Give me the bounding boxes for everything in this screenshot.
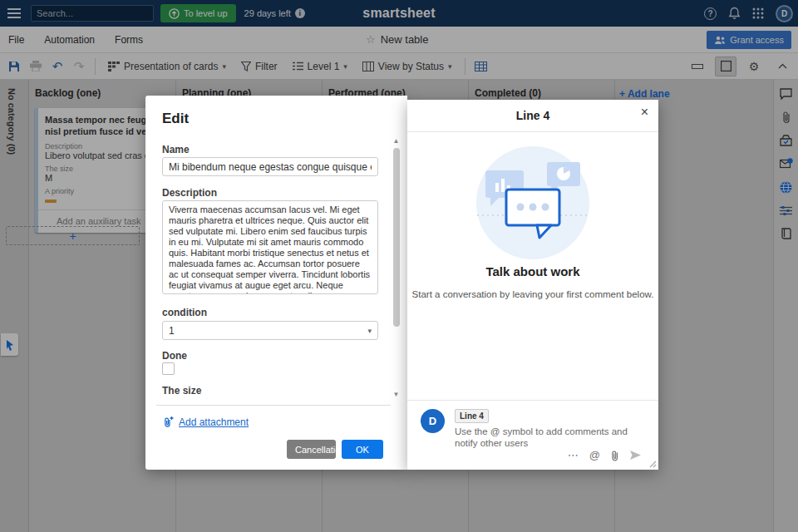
empty-state-subtitle: Start a conversation by leaving your fir…: [407, 289, 658, 299]
edit-row-dialog: Edit Name Description Viverra maecenas a…: [145, 96, 407, 470]
panel-divider: [407, 400, 658, 401]
caret-down-icon: ▾: [367, 327, 372, 335]
comment-avatar: D: [421, 409, 445, 433]
condition-value: 1: [169, 325, 175, 337]
condition-select[interactable]: 1 ▾: [162, 321, 378, 340]
cancel-button[interactable]: Cancellation: [287, 440, 336, 459]
comments-panel: Line 4 × Talk about work Start a convers: [407, 100, 658, 470]
scrollbar-thumb[interactable]: [393, 148, 400, 327]
add-attachment-label: Add attachment: [179, 416, 249, 428]
row-context-badge: Line 4: [455, 409, 489, 423]
description-textarea[interactable]: Viverra maecenas accumsan lacus vel. Mi …: [162, 200, 378, 294]
panel-divider: [407, 131, 658, 132]
name-input[interactable]: [162, 157, 378, 176]
send-comment-icon[interactable]: [629, 450, 642, 461]
condition-label: condition: [162, 307, 207, 318]
more-options-icon[interactable]: ⋯: [568, 449, 579, 461]
close-icon[interactable]: ×: [641, 105, 648, 120]
scroll-down-icon[interactable]: ▼: [391, 391, 401, 398]
dialog-title: Edit: [162, 111, 189, 127]
attachment-plus-icon: [162, 416, 175, 428]
empty-state-title: Talk about work: [407, 264, 658, 278]
ok-button[interactable]: OK: [342, 440, 383, 459]
conversation-illustration: [467, 145, 598, 260]
attach-file-icon[interactable]: [611, 450, 618, 461]
panel-resize-handle[interactable]: [649, 461, 657, 468]
done-label: Done: [162, 350, 187, 362]
mention-at-icon[interactable]: @: [589, 449, 600, 461]
name-label: Name: [162, 144, 190, 155]
dialog-scrollbar[interactable]: ▲ ▼: [391, 137, 401, 407]
comment-input[interactable]: Use the @ symbol to add comments and not…: [455, 426, 648, 450]
size-label: The size: [162, 385, 201, 397]
done-checkbox[interactable]: [162, 362, 175, 375]
add-attachment-link[interactable]: Add attachment: [162, 416, 249, 428]
dialog-divider: [156, 405, 391, 406]
description-label: Description: [162, 187, 217, 199]
scroll-up-icon[interactable]: ▲: [391, 137, 401, 145]
comments-panel-title: Line 4: [407, 109, 658, 122]
